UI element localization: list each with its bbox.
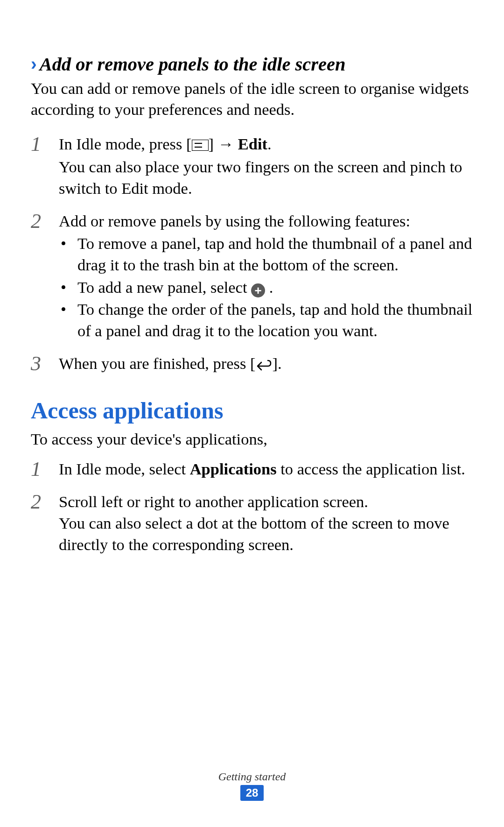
- list-item: • To remove a panel, tap and hold the th…: [59, 233, 473, 276]
- step-content: Add or remove panels by using the follow…: [59, 211, 473, 342]
- step-text-pre: In Idle mode, select: [59, 460, 190, 478]
- step-text-pre: In Idle mode, press [: [59, 135, 192, 153]
- bullet-text: To remove a panel, tap and hold the thum…: [77, 233, 473, 276]
- step-number: 2: [31, 211, 59, 232]
- step-text-post: .: [267, 135, 272, 153]
- intro-text-2: To access your device's applications,: [31, 429, 473, 450]
- step-number: 1: [31, 134, 59, 155]
- page-number: 28: [240, 785, 264, 801]
- menu-icon: [192, 135, 209, 156]
- chevron-icon: ›: [31, 55, 37, 74]
- step-sub: You can also select a dot at the bottom …: [59, 513, 473, 556]
- step-text-bold: Edit: [238, 135, 267, 153]
- step-text-post: ].: [273, 354, 282, 372]
- step-number: 3: [31, 353, 59, 375]
- step-number: 1: [31, 459, 59, 480]
- step-text-bold: Applications: [190, 460, 277, 478]
- bullet-text: To add a new panel, select + .: [77, 277, 473, 298]
- step-1b: 1 In Idle mode, select Applications to a…: [31, 459, 473, 480]
- list-item: • To change the order of the panels, tap…: [59, 299, 473, 342]
- bullet-icon: •: [59, 299, 77, 320]
- svg-rect-0: [192, 140, 209, 151]
- step-3: 3 When you are finished, press [].: [31, 353, 473, 376]
- step-2: 2 Add or remove panels by using the foll…: [31, 211, 473, 342]
- list-item: • To add a new panel, select + .: [59, 277, 473, 298]
- back-icon: [256, 355, 273, 376]
- step-content: In Idle mode, press [] → Edit. You can a…: [59, 134, 473, 199]
- manual-page: › Add or remove panels to the idle scree…: [0, 0, 504, 556]
- footer-section: Getting started: [0, 770, 504, 783]
- bullet-text: To change the order of the panels, tap a…: [77, 299, 473, 342]
- step-text: Add or remove panels by using the follow…: [59, 212, 410, 230]
- step-text: Scroll left or right to another applicat…: [59, 493, 368, 510]
- intro-text: You can add or remove panels of the idle…: [31, 78, 473, 121]
- major-heading-access: Access applications: [31, 397, 473, 424]
- step-sub: You can also place your two fingers on t…: [59, 156, 473, 199]
- bullet-list: • To remove a panel, tap and hold the th…: [59, 233, 473, 342]
- step-content: When you are finished, press [].: [59, 353, 473, 376]
- step-2b: 2 Scroll left or right to another applic…: [31, 491, 473, 556]
- step-number: 2: [31, 491, 59, 513]
- heading-text: Add or remove panels to the idle screen: [40, 54, 346, 75]
- page-footer: Getting started 28: [0, 770, 504, 801]
- bullet-text-pre: To add a new panel, select: [77, 278, 251, 296]
- section-heading-panels: › Add or remove panels to the idle scree…: [31, 54, 473, 75]
- plus-icon: +: [251, 283, 265, 297]
- step-1: 1 In Idle mode, press [] → Edit. You can…: [31, 134, 473, 199]
- step-content: Scroll left or right to another applicat…: [59, 491, 473, 556]
- bullet-icon: •: [59, 233, 77, 254]
- step-content: In Idle mode, select Applications to acc…: [59, 459, 473, 480]
- step-text-mid: ] →: [209, 135, 238, 153]
- bullet-icon: •: [59, 277, 77, 298]
- step-text-post: to access the application list.: [277, 460, 465, 478]
- step-text-pre: When you are finished, press [: [59, 354, 256, 372]
